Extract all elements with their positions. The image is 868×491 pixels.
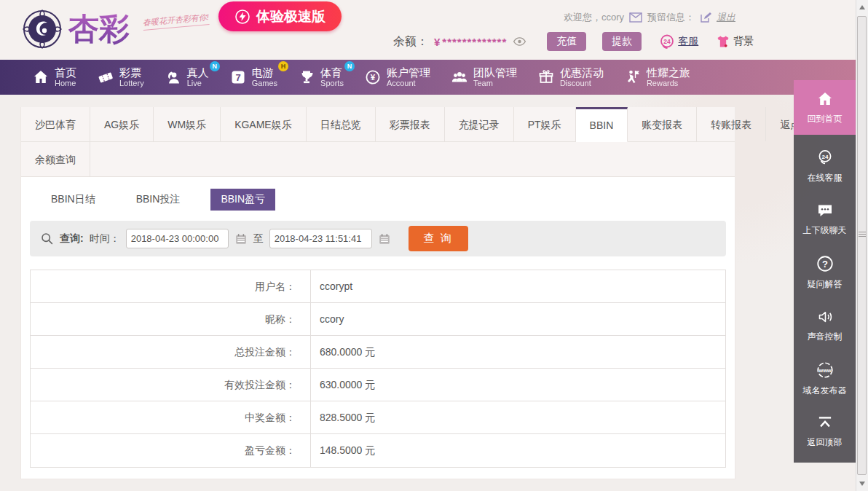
- subtab-bbin-bets[interactable]: BBIN投注: [126, 189, 191, 211]
- subtab-bbin-daily[interactable]: BBIN日结: [41, 189, 106, 211]
- nav-item-lottery[interactable]: 彩票Lottery: [97, 66, 144, 88]
- reserved-info-label: 预留信息：: [647, 11, 695, 24]
- chat-icon: [816, 202, 835, 219]
- table-row: 总投注金额： 680.0000 元: [31, 336, 725, 369]
- nav-item-team[interactable]: 团队管理Team: [451, 66, 517, 88]
- row-value: 828.5000 元: [311, 401, 375, 433]
- table-row: 中奖金额： 828.5000 元: [31, 401, 725, 434]
- logout-link[interactable]: 退出: [717, 11, 735, 24]
- table-row: 用户名： ccorypt: [31, 270, 725, 303]
- nav-item-live[interactable]: 真人NLive: [165, 66, 209, 88]
- date-from-input[interactable]: [126, 229, 229, 248]
- table-row: 有效投注金额： 630.0000 元: [31, 369, 725, 401]
- nav-item-account[interactable]: ¥ 账户管理Account: [364, 66, 430, 88]
- tab-deposit-withdraw-record[interactable]: 充提记录: [445, 107, 514, 141]
- brand-tagline: 春暖花开杏彩有你!: [142, 12, 209, 31]
- nav-item-sports[interactable]: 体育NSports: [298, 66, 344, 88]
- question-icon: ?: [816, 254, 835, 273]
- shirt-icon: [716, 34, 730, 49]
- edit-icon[interactable]: [700, 12, 711, 23]
- brand-logo[interactable]: 杏彩: [22, 9, 130, 50]
- report-tabs-row2: 余额查询: [21, 142, 735, 177]
- customer-service-link[interactable]: 24 客服: [659, 34, 698, 50]
- speed-version-badge[interactable]: 体验极速版: [218, 1, 342, 31]
- nav-item-home[interactable]: 首页Home: [32, 66, 76, 88]
- tab-pt[interactable]: PT娱乐: [514, 107, 576, 141]
- flag-runner-icon: [624, 68, 642, 86]
- row-label: 用户名：: [31, 270, 311, 302]
- scrollbar-thumb[interactable]: [857, 16, 867, 475]
- search-submit-button[interactable]: 查 询: [409, 226, 468, 251]
- tab-wm[interactable]: WM娱乐: [154, 107, 221, 141]
- account-icon: ¥: [364, 68, 382, 86]
- live-icon: [165, 68, 182, 86]
- withdraw-button[interactable]: 提款: [602, 32, 642, 51]
- nav-item-games[interactable]: 7 电游HGames: [229, 66, 277, 88]
- service-24-icon: 24: [816, 148, 835, 167]
- sidebar-item-sound[interactable]: 声音控制: [794, 299, 856, 352]
- new-badge: N: [344, 61, 355, 71]
- tab-kgame[interactable]: KGAME娱乐: [221, 107, 307, 141]
- time-label: 时间：: [90, 232, 120, 246]
- brand-name: 杏彩: [68, 9, 130, 50]
- subtab-bbin-profit[interactable]: BBIN盈亏: [210, 189, 275, 211]
- sidebar-item-back-home[interactable]: 回到首页: [794, 80, 856, 135]
- eye-icon[interactable]: [513, 36, 526, 47]
- vertical-scrollbar[interactable]: [856, 0, 868, 491]
- tab-account-change-report[interactable]: 账变报表: [628, 107, 697, 141]
- floating-sidebar: 回到首页 24 在线客服 上下级聊天 ? 疑问解答 声音控制: [794, 80, 856, 463]
- calendar-icon[interactable]: [234, 232, 248, 246]
- page-header: 杏彩 春暖花开杏彩有你! 体验极速版 欢迎您，ccory 预留信息： 退出: [0, 0, 868, 60]
- row-value: 148.5000 元: [311, 434, 375, 467]
- background-label: 背景: [733, 35, 754, 48]
- www-icon: www: [816, 361, 835, 380]
- sidebar-item-label: 上下级聊天: [803, 224, 847, 237]
- query-label: 查询:: [60, 232, 84, 246]
- row-label: 总投注金额：: [31, 336, 311, 368]
- back-to-top-icon: [816, 415, 835, 431]
- sidebar-item-domain-publisher[interactable]: www 域名发布器: [794, 352, 856, 405]
- bbin-subtabs: BBIN日结 BBIN投注 BBIN盈亏: [41, 189, 735, 211]
- row-value: 630.0000 元: [311, 369, 375, 401]
- svg-text:24: 24: [664, 38, 671, 45]
- row-label: 有效投注金额：: [31, 369, 311, 401]
- mail-icon[interactable]: [629, 12, 642, 23]
- svg-text:www: www: [818, 367, 831, 374]
- date-to-input[interactable]: [269, 229, 372, 248]
- scroll-down-arrow[interactable]: [859, 482, 865, 486]
- scrollbar-grip: [859, 230, 866, 238]
- welcome-text: 欢迎您，ccory: [564, 11, 624, 24]
- new-badge: N: [210, 61, 220, 71]
- sidebar-item-chat[interactable]: 上下级聊天: [794, 192, 856, 246]
- sidebar-item-label: 在线客服: [808, 172, 843, 184]
- background-switcher[interactable]: 背景: [716, 34, 754, 49]
- scroll-up-arrow[interactable]: [859, 5, 865, 9]
- sidebar-item-online-service[interactable]: 24 在线客服: [794, 139, 856, 192]
- nav-item-discount[interactable]: 优惠活动Discount: [537, 66, 604, 88]
- tab-balance-query[interactable]: 余额查询: [21, 142, 90, 176]
- lightning-icon: [234, 9, 250, 25]
- deposit-button[interactable]: 充值: [547, 32, 586, 51]
- hot-badge: H: [278, 61, 288, 71]
- calendar-icon[interactable]: [378, 232, 391, 246]
- sidebar-item-label: 声音控制: [808, 331, 843, 343]
- sidebar-item-faq[interactable]: ? 疑问解答: [794, 246, 856, 299]
- date-range-connector: 至: [253, 232, 264, 246]
- sidebar-item-label: 疑问解答: [808, 278, 843, 291]
- tab-lottery-report[interactable]: 彩票报表: [376, 107, 445, 141]
- speaker-icon: [816, 308, 835, 326]
- nav-item-rewards[interactable]: 性耀之旅Rewards: [624, 66, 690, 88]
- row-value: 680.0000 元: [311, 336, 375, 368]
- tab-shaba-sports[interactable]: 沙巴体育: [21, 107, 90, 141]
- sidebar-item-label: 回到首页: [808, 113, 843, 125]
- tab-ag[interactable]: AG娱乐: [90, 107, 154, 141]
- tab-bbin[interactable]: BBIN: [576, 107, 628, 142]
- sidebar-item-back-to-top[interactable]: 返回顶部: [794, 405, 856, 458]
- table-row: 昵称： ccory: [31, 303, 725, 336]
- search-icon: [40, 232, 54, 246]
- tab-daily-summary[interactable]: 日结总览: [307, 107, 376, 141]
- home-icon: [816, 90, 835, 108]
- sidebar-item-label: 返回顶部: [808, 436, 843, 449]
- speed-badge-label: 体验极速版: [256, 7, 326, 26]
- tab-transfer-report[interactable]: 转账报表: [697, 107, 766, 141]
